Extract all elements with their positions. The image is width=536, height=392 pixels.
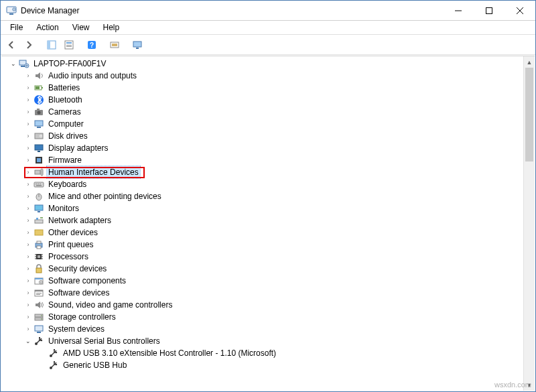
svg-point-34 xyxy=(40,135,41,136)
tree-item-label: Batteries xyxy=(47,82,81,94)
tree-item[interactable]: ›Bluetooth xyxy=(4,94,523,106)
device-tree[interactable]: ⌄LAPTOP-FFA00F1V›Audio inputs and output… xyxy=(1,56,523,391)
expand-icon[interactable]: › xyxy=(24,132,32,140)
expand-icon[interactable]: › xyxy=(24,180,32,188)
tree-item[interactable]: ›Sound, video and game controllers xyxy=(4,299,523,311)
tree-item[interactable]: ›Other devices xyxy=(4,226,523,239)
expand-icon[interactable]: › xyxy=(24,313,32,321)
expand-icon[interactable]: › xyxy=(24,216,32,224)
tree-item[interactable]: ›Batteries xyxy=(4,82,523,94)
show-hide-tree-button[interactable] xyxy=(44,37,60,53)
expand-icon[interactable]: › xyxy=(24,265,32,273)
svg-rect-55 xyxy=(37,246,41,249)
bluetooth-icon xyxy=(34,94,44,105)
expand-icon[interactable]: › xyxy=(24,241,32,249)
collapse-icon[interactable]: ⌄ xyxy=(9,60,17,68)
tree-item-label: Universal Serial Bus controllers xyxy=(47,335,161,347)
svg-rect-49 xyxy=(38,211,40,212)
menu-view[interactable]: View xyxy=(67,21,95,34)
expand-icon[interactable]: › xyxy=(24,144,32,152)
display-icon xyxy=(34,143,44,153)
expand-icon[interactable]: › xyxy=(24,192,32,200)
tree-item[interactable]: ›Security devices xyxy=(4,263,523,275)
tree-item-label: Keyboards xyxy=(47,178,88,190)
tree-item-label: Display adapters xyxy=(47,142,109,154)
minimize-button[interactable] xyxy=(443,1,474,21)
expand-icon[interactable]: › xyxy=(24,301,32,309)
menu-action[interactable]: Action xyxy=(31,21,64,34)
tree-item[interactable]: ⌄Universal Serial Bus controllers xyxy=(4,335,523,347)
expand-icon[interactable]: › xyxy=(24,325,32,333)
svg-point-3 xyxy=(13,9,15,10)
expand-icon[interactable]: › xyxy=(24,120,32,128)
expand-icon[interactable]: › xyxy=(24,204,32,212)
expand-icon[interactable]: › xyxy=(24,289,32,297)
tree-item[interactable]: ›Display adapters xyxy=(4,142,523,154)
menu-help[interactable]: Help xyxy=(98,21,125,34)
tree-item[interactable]: ›Keyboards xyxy=(4,178,523,190)
expand-icon[interactable]: › xyxy=(24,277,32,285)
scan-hardware-button[interactable] xyxy=(107,37,123,53)
tree-item[interactable]: ›Firmware xyxy=(4,154,523,166)
tree-item[interactable]: ›Computer xyxy=(4,118,523,130)
expand-icon[interactable]: › xyxy=(24,96,32,104)
svg-rect-9 xyxy=(48,41,50,49)
tree-item[interactable]: Generic USB Hub xyxy=(4,359,523,371)
svg-rect-13 xyxy=(66,46,72,47)
printer-icon xyxy=(34,239,44,250)
expand-icon[interactable]: › xyxy=(24,72,32,80)
collapse-icon[interactable]: ⌄ xyxy=(24,337,32,345)
tree-item[interactable]: ›Network adapters xyxy=(4,214,523,226)
svg-rect-17 xyxy=(112,44,117,46)
back-button[interactable] xyxy=(3,37,19,53)
forward-button[interactable] xyxy=(21,37,37,53)
svg-rect-42 xyxy=(36,184,37,184)
system-icon xyxy=(34,324,44,334)
svg-rect-57 xyxy=(38,255,40,258)
tree-item[interactable]: ›Human Interface Devices xyxy=(4,166,523,178)
tree-item[interactable]: ›Disk drives xyxy=(4,130,523,142)
tree-item[interactable]: ›Software components xyxy=(4,275,523,287)
scroll-thumb[interactable] xyxy=(525,68,533,161)
svg-rect-40 xyxy=(41,169,43,176)
battery-icon xyxy=(34,82,44,93)
usb-ctrl-icon xyxy=(34,336,44,346)
view-devices-button[interactable] xyxy=(129,37,145,53)
tree-item[interactable]: AMD USB 3.10 eXtensible Host Controller … xyxy=(4,347,523,359)
tree-item-label: Print queues xyxy=(47,239,94,251)
help-button[interactable]: ? xyxy=(84,37,100,53)
svg-text:?: ? xyxy=(90,42,94,49)
tree-item-label: Processors xyxy=(47,251,90,263)
tree-item[interactable]: ›Processors xyxy=(4,251,523,263)
svg-rect-71 xyxy=(36,293,42,293)
properties-button[interactable] xyxy=(61,37,77,53)
tree-item[interactable]: ›Mice and other pointing devices xyxy=(4,190,523,202)
menu-file[interactable]: File xyxy=(5,21,28,34)
tree-item[interactable]: ›Print queues xyxy=(4,239,523,251)
tree-item-label: Firmware xyxy=(47,154,83,166)
tree-item[interactable]: ›Storage controllers xyxy=(4,311,523,323)
maximize-button[interactable] xyxy=(474,1,505,21)
close-button[interactable] xyxy=(505,1,535,21)
expand-icon[interactable]: › xyxy=(24,84,32,92)
expand-icon[interactable]: › xyxy=(24,156,32,164)
tree-item[interactable]: ›Cameras xyxy=(4,106,523,118)
expand-icon[interactable]: › xyxy=(24,168,32,176)
other-icon xyxy=(34,227,44,238)
tree-item[interactable]: ›Audio inputs and outputs xyxy=(4,70,523,82)
expand-icon[interactable]: › xyxy=(24,228,32,237)
tree-item-label: LAPTOP-FFA00F1V xyxy=(32,58,108,70)
vertical-scrollbar[interactable]: ▲ ▼ xyxy=(523,56,535,391)
tree-item-label: Sound, video and game controllers xyxy=(47,299,174,311)
svg-rect-29 xyxy=(37,109,40,110)
scroll-up-button[interactable]: ▲ xyxy=(524,56,535,68)
security-icon xyxy=(34,263,44,274)
titlebar: Device Manager xyxy=(1,1,535,21)
tree-root[interactable]: ⌄LAPTOP-FFA00F1V xyxy=(4,58,523,70)
tree-item[interactable]: ›Monitors xyxy=(4,202,523,214)
app-icon xyxy=(6,5,17,16)
expand-icon[interactable]: › xyxy=(24,253,32,261)
tree-item[interactable]: ›System devices xyxy=(4,323,523,335)
expand-icon[interactable]: › xyxy=(24,108,32,116)
tree-item[interactable]: ›Software devices xyxy=(4,287,523,299)
